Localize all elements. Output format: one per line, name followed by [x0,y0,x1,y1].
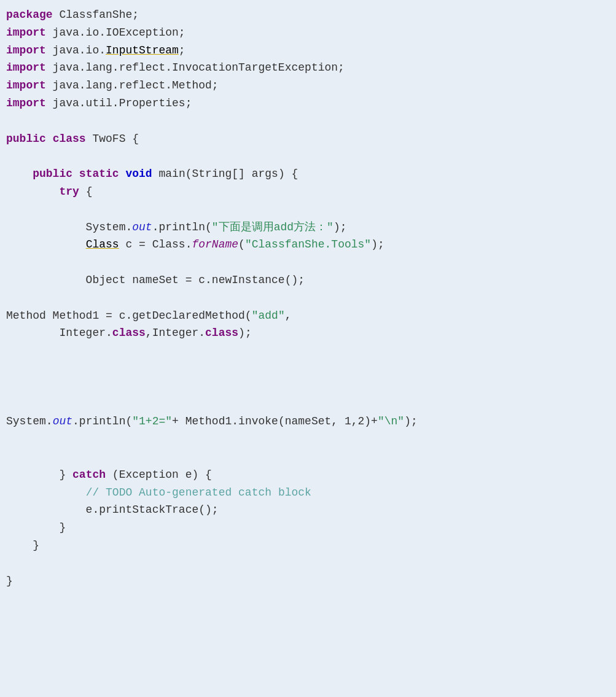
code-line-19: Integer.class,Integer.class); [0,324,616,342]
string-classname: "ClassfanShe.Tools" [245,238,371,251]
code-line-11: try { [0,183,616,201]
empty-line-21 [0,360,616,378]
string-newline: "\n" [378,415,404,427]
forname-method: forName [192,238,238,251]
string-chinese-1: "下面是调用add方法：" [212,221,333,233]
inputstream-text: InputStream [106,44,179,56]
keyword-class-1: class [53,133,86,145]
string-add: "add" [252,310,285,322]
keyword-static: static [79,168,119,180]
code-line-18: Method Method1 = c.getDeclaredMethod("ad… [0,307,616,325]
code-line-5: import java.lang.reflect.Method; [0,77,616,95]
keyword-public-2: public [33,168,72,180]
keyword-class-2: class [112,327,146,339]
keyword-import-1: import [6,26,46,39]
keyword-public-1: public [6,133,46,145]
keyword-import-4: import [6,79,46,92]
keyword-void: void [125,168,152,180]
code-line-27: } catch (Exception e) { [0,466,616,484]
empty-line-23 [0,395,616,413]
empty-line-17 [0,289,616,307]
keyword-class-3: class [205,327,238,339]
empty-line-15 [0,254,616,271]
code-line-28: // TODO Auto-generated catch block [0,484,616,502]
comment-todo: // TODO Auto-generated catch block [86,486,311,499]
empty-line-32 [0,555,616,572]
out-keyword: out [132,221,152,233]
empty-line-7 [0,112,616,130]
keyword-import-3: import [6,61,46,74]
keyword-import-5: import [6,97,46,109]
code-editor: package ClassfanShe; import java.io.IOEx… [0,0,616,697]
code-line-33: } [0,572,616,590]
code-line-16: Object nameSet = c.newInstance(); [0,271,616,289]
code-line-14: Class c = Class.forName("ClassfanShe.Too… [0,236,616,254]
code-line-3: import java.io.InputStream; [0,42,616,60]
code-line-8: public class TwoFS { [0,130,616,148]
empty-line-25 [0,430,616,448]
class-keyword-underline: Class [86,238,119,251]
empty-line-26 [0,448,616,466]
code-line-13: System.out.println("下面是调用add方法："); [0,219,616,236]
code-line-29: e.printStackTrace(); [0,501,616,519]
empty-line-20 [0,342,616,360]
code-line-31: } [0,537,616,555]
string-result: "1+2=" [132,415,172,427]
code-line-30: } [0,519,616,537]
empty-line-9 [0,147,616,165]
keyword-import-2: import [6,44,46,56]
code-line-2: import java.io.IOException; [0,24,616,42]
code-line-24: System.out.println("1+2="+ Method1.invok… [0,413,616,430]
code-line-10: public static void main(String[] args) { [0,165,616,183]
code-line-6: import java.util.Properties; [0,95,616,112]
code-line-4: import java.lang.reflect.InvocationTarge… [0,59,616,77]
code-line-1: package ClassfanShe; [0,6,616,24]
empty-line-22 [0,378,616,395]
keyword-try: try [59,185,79,198]
out-keyword-2: out [53,415,72,427]
empty-line-12 [0,201,616,219]
keyword-catch: catch [72,469,106,481]
keyword-package: package [6,9,53,21]
